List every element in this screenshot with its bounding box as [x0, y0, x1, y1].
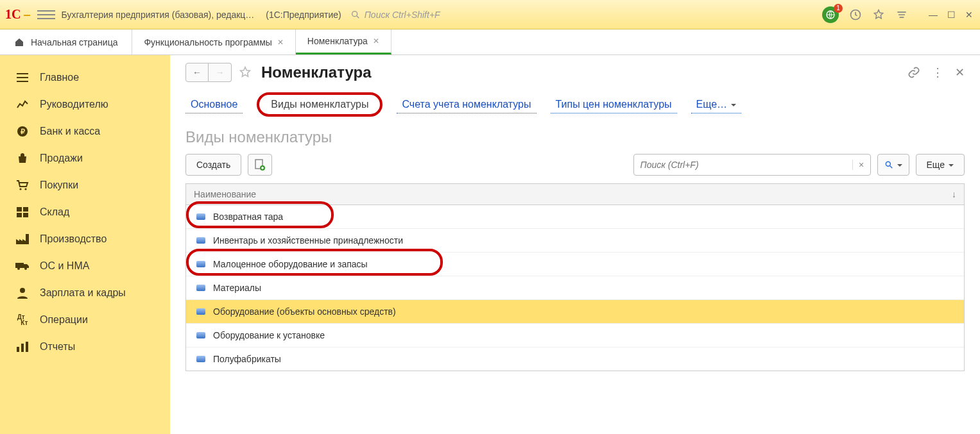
sidebar-item-label: Зарплата и кадры [40, 287, 126, 299]
factory-icon [15, 234, 30, 244]
subnav-more[interactable]: Еще… [691, 96, 742, 113]
svg-point-12 [17, 267, 20, 270]
highlight-marker: Виды номенклатуры [257, 92, 383, 117]
global-search-placeholder: Поиск Ctrl+Shift+F [365, 10, 440, 20]
app-subtitle: (1С:Предприятие) [266, 10, 341, 20]
svg-line-21 [890, 166, 892, 169]
sidebar-item-operations[interactable]: Дт Кт Операции [0, 306, 170, 333]
tab-home[interactable]: Начальная страница [0, 29, 132, 54]
row-label: Малоценное оборудование и запасы [213, 259, 368, 269]
subnav-main[interactable]: Основное [185, 96, 243, 113]
svg-line-1 [357, 16, 359, 18]
row-label: Инвентарь и хозяйственные принадлежности [213, 235, 403, 246]
sidebar-item-production[interactable]: Производство [0, 226, 170, 253]
sidebar-item-main[interactable]: Главное [0, 64, 170, 91]
clear-search-icon[interactable]: × [852, 160, 870, 170]
sidebar-item-label: Производство [40, 233, 107, 245]
subnav-accounts[interactable]: Счета учета номенклатуры [397, 96, 536, 113]
page-header: ← → Номенклатура ⋮ ✕ [185, 63, 965, 82]
close-page-icon[interactable]: ✕ [955, 65, 965, 79]
search-icon [884, 160, 893, 169]
svg-rect-9 [23, 207, 28, 212]
cart-icon [15, 179, 30, 191]
page-subnav: Основное Виды номенклатуры Счета учета н… [185, 92, 965, 117]
close-icon[interactable]: ✕ [373, 37, 379, 46]
row-label: Возвратная тара [213, 212, 283, 222]
tab-nomenclature[interactable]: Номенклатура ✕ [296, 29, 391, 54]
table-row[interactable]: Возвратная тара [186, 205, 964, 229]
row-icon [196, 308, 205, 315]
window-maximize-icon[interactable]: ☐ [945, 10, 957, 20]
svg-rect-15 [17, 347, 19, 352]
more-button-label: Еще [927, 160, 945, 170]
row-icon [196, 261, 205, 267]
sidebar-item-warehouse[interactable]: Склад [0, 199, 170, 226]
app-title: Бухгалтерия предприятия (базовая), редак… [62, 10, 255, 20]
sidebar-item-sales[interactable]: Продажи [0, 145, 170, 172]
table-header-name: Наименование [194, 189, 256, 199]
list-search[interactable]: × [633, 154, 871, 176]
favorite-page-icon[interactable] [238, 65, 252, 79]
svg-point-0 [352, 11, 357, 16]
tab-strip: Начальная страница Функциональность прог… [0, 29, 980, 55]
table-row[interactable]: Инвентарь и хозяйственные принадлежности [186, 229, 964, 253]
sidebar-item-bank[interactable]: ₽ Банк и касса [0, 118, 170, 145]
content-area: ← → Номенклатура ⋮ ✕ Основное Виды номен… [170, 55, 980, 434]
row-icon [196, 213, 205, 220]
window-minimize-icon[interactable]: — [927, 10, 939, 20]
sidebar-item-label: Руководителю [40, 99, 108, 110]
section-title: Виды номенклатуры [185, 128, 965, 146]
sidebar-item-manager[interactable]: Руководителю [0, 91, 170, 118]
create-copy-button[interactable] [248, 154, 272, 176]
settings-lines-icon[interactable] [895, 8, 908, 21]
svg-point-7 [24, 188, 26, 190]
global-search[interactable]: Поиск Ctrl+Shift+F [350, 10, 440, 20]
list-search-input[interactable] [634, 154, 852, 175]
row-label: Оборудование к установке [213, 330, 325, 340]
more-button[interactable]: Еще [916, 154, 965, 176]
sidebar-item-label: ОС и НМА [40, 260, 89, 272]
subnav-types[interactable]: Виды номенклатуры [271, 99, 368, 110]
menu-burger-icon[interactable] [37, 7, 55, 22]
close-icon[interactable]: ✕ [277, 38, 284, 47]
menu-icon [15, 73, 30, 82]
sidebar-item-reports[interactable]: Отчеты [0, 333, 170, 360]
logo-e-icon: – [23, 7, 30, 22]
table-row[interactable]: Малоценное оборудование и запасы [186, 253, 964, 276]
table-row[interactable]: Полуфабрикаты [186, 347, 964, 371]
notifications-globe-icon[interactable]: 1 [822, 6, 839, 23]
row-icon [196, 237, 205, 244]
svg-rect-17 [26, 342, 28, 352]
dtkt-icon: Дт Кт [15, 314, 30, 326]
app-logo: 1C – [5, 7, 31, 22]
more-menu-icon[interactable]: ⋮ [932, 65, 943, 79]
sidebar-item-assets[interactable]: ОС и НМА [0, 253, 170, 280]
table-row[interactable]: Оборудование к установке [186, 324, 964, 347]
favorite-star-icon[interactable] [872, 8, 885, 21]
create-button[interactable]: Создать [185, 154, 241, 176]
row-label: Материалы [213, 283, 261, 293]
sidebar-item-purchases[interactable]: Покупки [0, 172, 170, 199]
sidebar-item-label: Банк и касса [40, 126, 100, 137]
nav-back-button[interactable]: ← [185, 63, 209, 82]
sidebar-item-label: Склад [40, 206, 69, 218]
tab-functionality-label: Функциональность программы [144, 37, 271, 47]
table-row[interactable]: Материалы [186, 276, 964, 300]
sidebar-item-salary[interactable]: Зарплата и кадры [0, 280, 170, 306]
history-icon[interactable] [849, 8, 862, 21]
tab-functionality[interactable]: Функциональность программы ✕ [132, 29, 295, 54]
table-header[interactable]: Наименование ↓ [186, 184, 964, 205]
row-label: Оборудование (объекты основных средств) [213, 306, 396, 317]
subnav-price-types[interactable]: Типы цен номенклатуры [551, 96, 677, 113]
nav-forward-button[interactable]: → [209, 63, 232, 82]
page-title: Номенклатура [261, 63, 372, 81]
window-close-icon[interactable]: ✕ [963, 10, 975, 20]
table-row[interactable]: Оборудование (объекты основных средств) [186, 300, 964, 324]
row-icon [196, 332, 205, 338]
logo-1c-icon: 1C [5, 7, 21, 22]
bars-icon [15, 342, 30, 352]
link-icon[interactable] [907, 66, 920, 79]
search-dropdown-button[interactable] [877, 154, 909, 176]
sidebar-item-label: Операции [40, 314, 88, 326]
sidebar: Главное Руководителю ₽ Банк и касса Прод… [0, 55, 170, 434]
